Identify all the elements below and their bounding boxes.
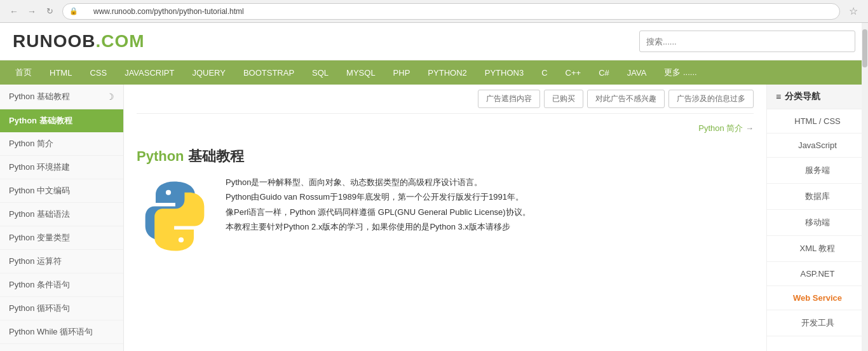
- nav-item-java[interactable]: JAVA: [618, 60, 656, 85]
- ad-btn-toomuch[interactable]: 广告涉及的信息过多: [668, 90, 754, 108]
- ad-btn-irrelevant[interactable]: 对此广告不感兴趣: [587, 90, 665, 108]
- sidebar-item-conditions[interactable]: Python 条件语句: [0, 273, 123, 297]
- left-sidebar: Python 基础教程 ☽ Python 基础教程 Python 简介 Pyth…: [0, 85, 124, 351]
- sidebar-item-chinese[interactable]: Python 中文编码: [0, 179, 123, 203]
- site-logo[interactable]: RUNOOB.COM: [13, 31, 145, 52]
- scrollbar-thumb[interactable]: [862, 29, 867, 67]
- sidebar-item-loops[interactable]: Python 循环语句: [0, 297, 123, 320]
- logo-com-text: COM: [101, 31, 144, 51]
- logo-dot: .: [95, 31, 101, 51]
- address-bar[interactable]: 🔒: [62, 3, 840, 20]
- nav-item-home[interactable]: 首页: [6, 60, 41, 85]
- sidebar-item-syntax[interactable]: Python 基础语法: [0, 203, 123, 226]
- nav-item-c[interactable]: C: [532, 60, 556, 85]
- sidebar-item-vars[interactable]: Python 变量类型: [0, 226, 123, 250]
- right-sidebar: ≡ 分类导航 HTML / CSS JavaScript 服务端 数据库 移动端…: [766, 85, 868, 351]
- lock-icon: 🔒: [69, 7, 78, 15]
- list-icon: ≡: [776, 92, 781, 102]
- sidebar-header: Python 基础教程 ☽: [0, 85, 123, 109]
- article-para-1: Python是一种解释型、面向对象、动态数据类型的高级程序设计语言。: [226, 175, 531, 189]
- sidebar-item-intro[interactable]: Python 简介: [0, 132, 123, 156]
- article-text: Python是一种解释型、面向对象、动态数据类型的高级程序设计语言。 Pytho…: [226, 175, 531, 258]
- nav-item-python2[interactable]: PYTHON2: [419, 60, 475, 85]
- nav-item-cpp[interactable]: C++: [557, 60, 590, 85]
- article-para-2: Python由Guido van Rossum于1989年底发明，第一个公开发行…: [226, 189, 531, 204]
- right-sidebar-item-mobile[interactable]: 移动端: [767, 210, 868, 236]
- article-title: Python 基础教程: [137, 147, 754, 166]
- browser-chrome: ← → ↻ 🔒 ☆: [0, 0, 868, 23]
- breadcrumb-link[interactable]: Python 简介: [698, 123, 743, 133]
- right-sidebar-header: ≡ 分类导航: [767, 85, 868, 109]
- logo-runoob-text: RUNOOB: [13, 31, 95, 51]
- right-sidebar-item-javascript[interactable]: JavaScript: [767, 134, 868, 158]
- right-sidebar-item-aspnet[interactable]: ASP.NET: [767, 262, 868, 286]
- nav-item-html[interactable]: HTML: [41, 60, 81, 85]
- address-input[interactable]: [81, 7, 832, 16]
- nav-item-jquery[interactable]: JQUERY: [183, 60, 234, 85]
- nav-item-bootstrap[interactable]: BOOTSTRAP: [234, 60, 303, 85]
- breadcrumb: Python 简介 →: [137, 119, 754, 141]
- right-sidebar-item-devtools[interactable]: 开发工具: [767, 310, 868, 336]
- ad-btn-bought[interactable]: 已购买: [544, 90, 583, 108]
- svg-point-1: [179, 237, 184, 242]
- moon-icon[interactable]: ☽: [106, 92, 114, 102]
- right-sidebar-item-xml[interactable]: XML 教程: [767, 236, 868, 262]
- nav-item-csharp[interactable]: C#: [590, 60, 618, 85]
- breadcrumb-arrow: →: [745, 123, 754, 133]
- address-bar-wrapper: 🔒: [62, 3, 840, 20]
- article: Python 基础教程: [137, 147, 754, 258]
- nav-item-css[interactable]: CSS: [81, 60, 116, 85]
- content-area: 广告遮挡内容 已购买 对此广告不感兴趣 广告涉及的信息过多 Python 简介 …: [124, 85, 766, 351]
- python-logo: [137, 175, 213, 258]
- search-input[interactable]: [639, 31, 855, 52]
- article-body: Python是一种解释型、面向对象、动态数据类型的高级程序设计语言。 Pytho…: [137, 175, 754, 258]
- sidebar-item-env[interactable]: Python 环境搭建: [0, 156, 123, 179]
- nav-item-mysql[interactable]: MYSQL: [337, 60, 384, 85]
- nav-item-javascript[interactable]: JAVASCRIPT: [116, 60, 183, 85]
- article-para-4: 本教程主要针对Python 2.x版本的学习，如果你使用的是Python 3.x…: [226, 219, 531, 234]
- main-layout: Python 基础教程 ☽ Python 基础教程 Python 简介 Pyth…: [0, 85, 868, 351]
- sidebar-item-operators[interactable]: Python 运算符: [0, 250, 123, 273]
- right-sidebar-item-htmlcss[interactable]: HTML / CSS: [767, 109, 868, 134]
- ad-btn-block[interactable]: 广告遮挡内容: [478, 90, 540, 108]
- nav-buttons: ← → ↻: [6, 4, 57, 19]
- svg-point-0: [166, 190, 171, 195]
- right-sidebar-title: 分类导航: [785, 91, 820, 102]
- back-button[interactable]: ←: [6, 4, 22, 19]
- refresh-button[interactable]: ↻: [42, 4, 57, 19]
- right-sidebar-item-server[interactable]: 服务端: [767, 158, 868, 184]
- article-para-3: 像Perl语言一样，Python 源代码同样遵循 GPL(GNU General…: [226, 205, 531, 219]
- ad-bar: 广告遮挡内容 已购买 对此广告不感兴趣 广告涉及的信息过多: [137, 85, 754, 114]
- nav-item-sql[interactable]: SQL: [303, 60, 337, 85]
- site-header: RUNOOB.COM: [0, 23, 868, 60]
- forward-button[interactable]: →: [24, 4, 39, 19]
- nav-item-python3[interactable]: PYTHON3: [476, 60, 532, 85]
- nav-item-php[interactable]: PHP: [384, 60, 419, 85]
- sidebar-item-for[interactable]: Python for 循环语句: [0, 344, 123, 351]
- article-title-main: 基础教程: [184, 148, 244, 164]
- sidebar-item-active[interactable]: Python 基础教程: [0, 109, 123, 132]
- right-sidebar-item-webservice[interactable]: Web Service: [767, 286, 868, 310]
- scrollbar[interactable]: [862, 23, 868, 351]
- sidebar-item-while[interactable]: Python While 循环语句: [0, 320, 123, 344]
- right-sidebar-item-database[interactable]: 数据库: [767, 184, 868, 210]
- bookmark-icon[interactable]: ☆: [845, 5, 862, 17]
- nav-item-more[interactable]: 更多 ......: [655, 60, 705, 85]
- nav-bar: 首页 HTML CSS JAVASCRIPT JQUERY BOOTSTRAP …: [0, 60, 868, 85]
- article-title-prefix: Python: [137, 148, 184, 164]
- sidebar-header-text: Python 基础教程: [9, 91, 70, 102]
